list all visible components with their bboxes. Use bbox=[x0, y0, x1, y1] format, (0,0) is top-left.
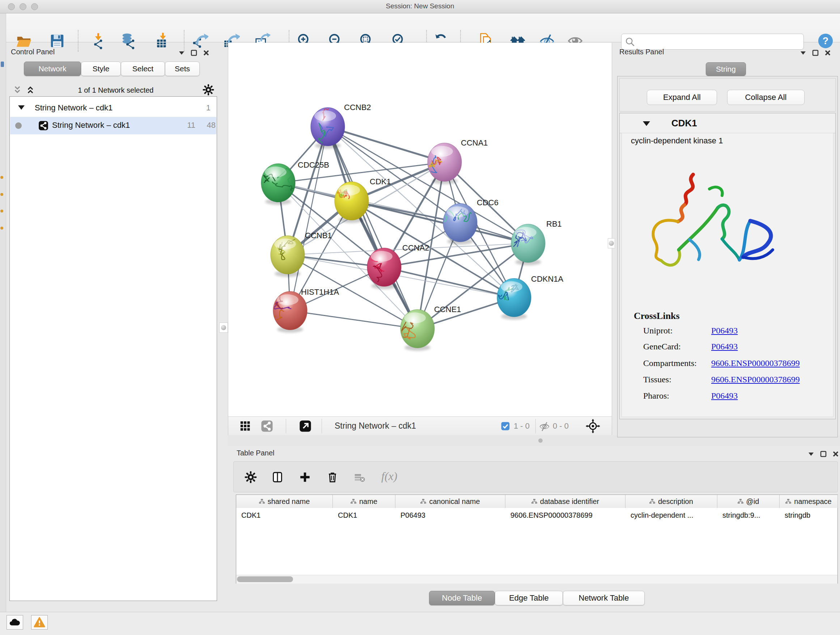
network-edge-HIST1H1A-CCNE1[interactable] bbox=[290, 310, 417, 329]
column-header-canonical-name[interactable]: canonical name bbox=[395, 495, 505, 508]
crosslink-label-pharos: Pharos: bbox=[643, 391, 669, 401]
tab-select[interactable]: Select bbox=[121, 62, 165, 76]
network-edge-count: 48 bbox=[201, 120, 216, 130]
tab-edge-table[interactable]: Edge Table bbox=[495, 591, 563, 605]
table-cell[interactable]: cyclin-dependent ... bbox=[625, 508, 717, 523]
results-panel-collapse-arrow-icon[interactable] bbox=[799, 49, 807, 58]
crosslink-link-uniprot[interactable]: P06493 bbox=[711, 326, 737, 336]
search-icon bbox=[624, 36, 636, 48]
titlebar: Session: New Session bbox=[0, 0, 840, 13]
node-table[interactable]: shared namenamecanonical namedatabase id… bbox=[236, 494, 838, 584]
control-panel-float-window-icon[interactable] bbox=[190, 49, 197, 58]
network-edge-CCNB2-CCNA1[interactable] bbox=[328, 127, 445, 162]
panel-divider-grip[interactable] bbox=[608, 238, 615, 249]
network-node-CCNB1[interactable] bbox=[271, 236, 305, 277]
table-settings-gear-icon[interactable] bbox=[245, 471, 257, 483]
gene-collapse-arrow-icon[interactable] bbox=[643, 121, 650, 126]
network-node-RB1[interactable] bbox=[511, 224, 545, 265]
grid-view-icon[interactable] bbox=[240, 421, 251, 432]
search-input[interactable] bbox=[638, 35, 799, 48]
network-edge-CDK1-RB1[interactable] bbox=[352, 201, 528, 243]
network-node-CCNA1[interactable] bbox=[423, 143, 462, 184]
column-header-@id[interactable]: @id bbox=[717, 495, 780, 508]
open-file-icon[interactable] bbox=[16, 33, 32, 49]
save-session-icon[interactable] bbox=[49, 33, 65, 49]
window-title: Session: New Session bbox=[0, 2, 840, 10]
network-node-CCNE1[interactable] bbox=[394, 310, 434, 351]
import-network-database-icon[interactable] bbox=[120, 33, 137, 49]
table-panel-close-panel-icon[interactable] bbox=[832, 450, 839, 459]
column-header-description[interactable]: description bbox=[625, 495, 717, 508]
divider-grip-dot[interactable] bbox=[538, 439, 543, 443]
network-edge-CCNA2-CDKN1A[interactable] bbox=[384, 267, 514, 298]
network-node-HIST1H1A[interactable] bbox=[271, 291, 307, 333]
crosslink-link-genecard[interactable]: P06493 bbox=[711, 342, 737, 352]
collapse-all-button[interactable]: Collapse All bbox=[727, 90, 805, 105]
detach-view-icon[interactable] bbox=[299, 420, 311, 432]
network-node-CDKN1A[interactable] bbox=[497, 279, 531, 320]
control-panel-collapse-arrow-icon[interactable] bbox=[178, 49, 185, 58]
column-header-database-identifier[interactable]: database identifier bbox=[505, 495, 625, 508]
column-header-shared-name[interactable]: shared name bbox=[236, 495, 333, 508]
network-edge-CCNB2-CCNE1[interactable] bbox=[328, 127, 417, 329]
table-cell[interactable]: 9606.ENSP00000378699 bbox=[505, 508, 625, 523]
import-table-icon[interactable] bbox=[154, 33, 171, 49]
table-cell[interactable]: CDK1 bbox=[236, 508, 333, 523]
table-panel-collapse-arrow-icon[interactable] bbox=[807, 450, 815, 459]
tab-network-table[interactable]: Network Table bbox=[563, 591, 645, 605]
search-box bbox=[621, 34, 804, 50]
tab-string[interactable]: String bbox=[706, 62, 746, 76]
network-node-CDC25B[interactable] bbox=[261, 164, 297, 205]
network-edge-CCNB2-HIST1H1A[interactable] bbox=[290, 127, 328, 310]
expand-all-icon[interactable] bbox=[25, 85, 35, 95]
node-label-HIST1H1A: HIST1H1A bbox=[301, 287, 339, 296]
table-cell[interactable]: P06493 bbox=[395, 508, 505, 523]
network-row[interactable]: String Network – cdk1 11 48 bbox=[10, 117, 216, 134]
network-canvas[interactable]: CCNB2CCNA1CDC25BCDK1CDC6RB1CCNB1CCNA2CDK… bbox=[228, 43, 612, 416]
main-toolbar: ? bbox=[0, 13, 840, 42]
create-column-icon[interactable] bbox=[299, 471, 311, 483]
birdseye-navigator-icon[interactable] bbox=[586, 419, 600, 433]
table-horizontal-scrollbar[interactable] bbox=[236, 575, 837, 584]
string-logo-icon[interactable] bbox=[261, 420, 273, 432]
results-panel-float-window-icon[interactable] bbox=[812, 49, 819, 58]
tab-style[interactable]: Style bbox=[81, 62, 121, 76]
tab-sets[interactable]: Sets bbox=[165, 62, 200, 76]
gene-section-header[interactable]: CDK1 bbox=[620, 113, 835, 133]
collapse-all-icon[interactable] bbox=[12, 85, 22, 95]
collection-collapse-arrow-icon[interactable] bbox=[18, 105, 25, 110]
crosslink-link-tissues[interactable]: 9606.ENSP00000378699 bbox=[711, 375, 800, 385]
crosslink-link-compartments[interactable]: 9606.ENSP00000378699 bbox=[711, 358, 800, 368]
export-network-icon[interactable] bbox=[192, 33, 208, 49]
network-options-gear-icon[interactable] bbox=[202, 84, 214, 96]
help-icon[interactable]: ? bbox=[817, 33, 834, 49]
node-label-CCNA2: CCNA2 bbox=[402, 243, 429, 252]
scrollbar-thumb[interactable] bbox=[237, 576, 293, 582]
import-network-file-icon[interactable] bbox=[89, 33, 106, 49]
column-header-namespace[interactable]: namespace bbox=[780, 495, 838, 508]
network-selection-status: 1 of 1 Network selected bbox=[43, 86, 188, 95]
table-cell[interactable]: CDK1 bbox=[333, 508, 395, 523]
table-panel-title: Table Panel bbox=[237, 449, 275, 457]
network-node-count: 11 bbox=[183, 120, 195, 130]
warning-button[interactable] bbox=[31, 615, 48, 630]
table-panel-float-window-icon[interactable] bbox=[820, 450, 827, 459]
results-panel-close-panel-icon[interactable] bbox=[824, 49, 831, 58]
network-collection-row[interactable]: String Network – cdk1 1 bbox=[10, 100, 216, 117]
panel-divider-grip[interactable] bbox=[219, 323, 228, 333]
table-cell[interactable]: stringdb bbox=[780, 508, 838, 523]
expand-all-button[interactable]: Expand All bbox=[647, 90, 717, 105]
tab-node-table[interactable]: Node Table bbox=[429, 591, 495, 605]
delete-column-icon[interactable] bbox=[326, 471, 339, 483]
cloud-button[interactable] bbox=[6, 615, 23, 630]
tab-network[interactable]: Network bbox=[24, 62, 81, 76]
collection-count: 1 bbox=[198, 103, 210, 112]
control-panel-close-panel-icon[interactable] bbox=[202, 49, 210, 58]
selected-checkbox-icon[interactable] bbox=[501, 421, 510, 431]
crosslink-label-genecard: GeneCard: bbox=[643, 342, 681, 352]
column-visibility-icon[interactable] bbox=[271, 471, 284, 483]
crosslink-link-pharos[interactable]: P06493 bbox=[711, 391, 737, 401]
column-header-name[interactable]: name bbox=[333, 495, 395, 508]
table-cell[interactable]: stringdb:9... bbox=[717, 508, 780, 523]
network-tree: String Network – cdk1 1 String Network –… bbox=[9, 96, 217, 601]
